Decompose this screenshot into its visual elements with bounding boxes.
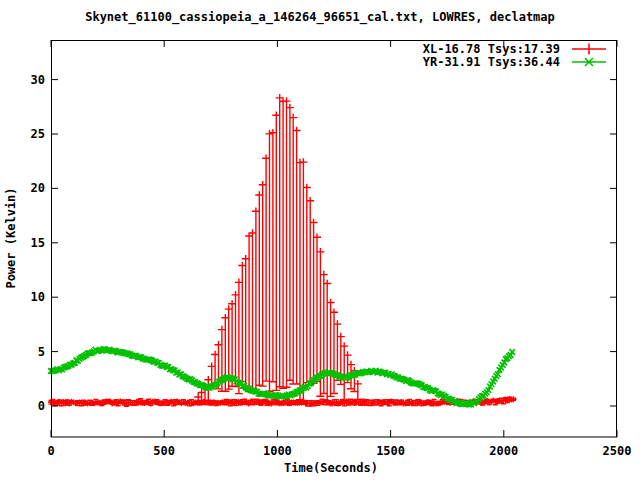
chart-title: Skynet_61100_cassiopeia_a_146264_96651_c… [85, 10, 555, 25]
x-tick-label: 1500 [376, 444, 405, 458]
y-axis-label: Power (Kelvin) [4, 187, 18, 288]
legend-sample-cross-icon [572, 58, 606, 66]
x-tick-label: 2000 [489, 444, 518, 458]
legend-sample-plus-icon [572, 44, 606, 55]
y-tick-label: 5 [38, 345, 45, 359]
y-tick-label: 0 [38, 399, 45, 413]
y-tick-label: 20 [31, 181, 45, 195]
y-tick-label: 25 [31, 127, 45, 141]
legend: XL-16.78 Tsys:17.39 YR-31.91 Tsys:36.44 [423, 42, 606, 69]
series-xl-errorbars [48, 94, 517, 407]
x-tick-label: 1000 [263, 444, 292, 458]
gnuplot-window: Skynet_61100_cassiopeia_a_146264_96651_c… [0, 0, 640, 480]
chart-canvas: Skynet_61100_cassiopeia_a_146264_96651_c… [0, 0, 640, 480]
x-tick-label: 2500 [603, 444, 632, 458]
x-tick-label: 500 [153, 444, 175, 458]
series-yr-points [49, 347, 515, 407]
y-tick-label: 10 [31, 290, 45, 304]
legend-label-yr: YR-31.91 Tsys:36.44 [423, 55, 560, 69]
x-axis-label: Time(Seconds) [284, 461, 378, 475]
legend-label-xl: XL-16.78 Tsys:17.39 [423, 42, 560, 56]
y-tick-label: 15 [31, 236, 45, 250]
y-tick-label: 30 [31, 73, 45, 87]
x-tick-label: 0 [47, 444, 54, 458]
plot-data-layer [48, 94, 517, 407]
